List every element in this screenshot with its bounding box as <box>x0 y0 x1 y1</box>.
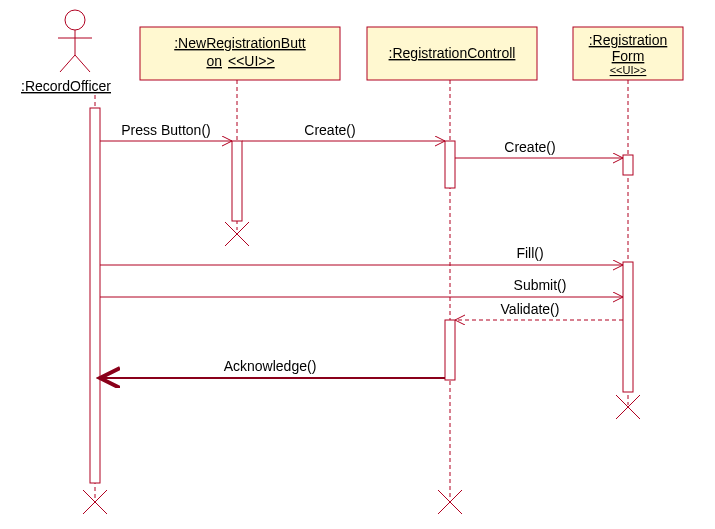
activation-button <box>232 141 242 221</box>
svg-line-3 <box>60 55 75 72</box>
lifeline-button-stereo: <<UI>> <box>228 53 275 69</box>
activation-controller-1 <box>445 141 455 188</box>
activation-form-1 <box>623 155 633 175</box>
msg-acknowledge-label: Acknowledge() <box>224 358 317 374</box>
lifeline-controller-head: :RegistrationControll <box>367 27 537 80</box>
lifeline-button-head: :NewRegistrationButt on <<UI>> <box>140 27 340 80</box>
destroy-button <box>225 222 249 246</box>
msg-fill-label: Fill() <box>516 245 543 261</box>
msg-create-2-label: Create() <box>504 139 555 155</box>
lifeline-controller-title: :RegistrationControll <box>389 45 516 61</box>
msg-press-button-label: Press Button() <box>121 122 210 138</box>
lifeline-button-title2: on <box>206 53 222 69</box>
activation-actor <box>90 108 100 483</box>
msg-create-1-label: Create() <box>304 122 355 138</box>
actor-record-officer: :RecordOfficer <box>21 10 111 94</box>
sequence-diagram: :RecordOfficer :NewRegistrationButt on <… <box>0 0 715 529</box>
activation-controller-2 <box>445 320 455 380</box>
destroy-actor <box>83 490 107 514</box>
actor-label: :RecordOfficer <box>21 78 111 94</box>
activation-form-2 <box>623 262 633 392</box>
msg-validate-label: Validate() <box>501 301 560 317</box>
lifeline-form-title1: :Registration <box>589 32 668 48</box>
msg-submit-label: Submit() <box>514 277 567 293</box>
lifeline-form-head: :Registration Form <<UI>> <box>573 27 683 80</box>
lifeline-form-title2: Form <box>612 48 645 64</box>
lifeline-form-stereo: <<UI>> <box>610 64 647 76</box>
svg-line-4 <box>75 55 90 72</box>
svg-point-0 <box>65 10 85 30</box>
lifeline-button-title1: :NewRegistrationButt <box>174 35 306 51</box>
